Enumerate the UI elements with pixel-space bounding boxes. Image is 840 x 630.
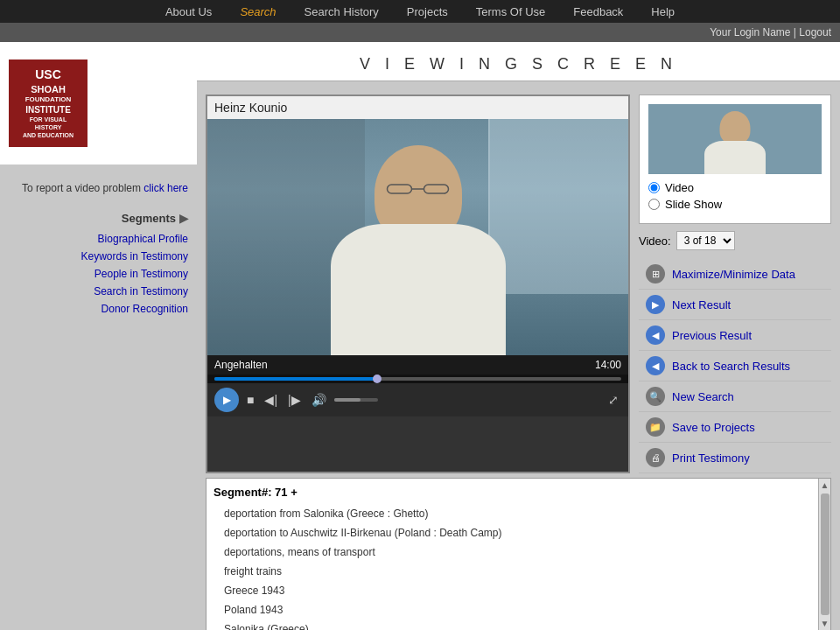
volume-button[interactable]: 🔊	[309, 394, 329, 406]
video-title-bar: Heinz Kounio	[207, 96, 628, 119]
sidebar-nav: Segments ▶ Biographical Profile Keywords…	[0, 203, 197, 326]
video-panel: Heinz Kounio	[206, 94, 630, 473]
radio-slideshow-option[interactable]: Slide Show	[648, 198, 822, 211]
sidebar-link-biographical[interactable]: Biographical Profile	[9, 230, 188, 248]
new-search-label: New Search	[672, 390, 734, 403]
next-result-label: Next Result	[672, 298, 731, 312]
thumbnail-area: Video Slide Show	[639, 94, 831, 224]
radio-slideshow[interactable]	[648, 199, 660, 210]
action-buttons: ⊞ Maximize/Minimize Data ▶ Next Result ◀…	[639, 259, 831, 473]
logo-sub: FOR VISUAL HISTORYAND EDUCATION	[18, 116, 79, 139]
fullscreen-button[interactable]: ⤢	[606, 394, 621, 406]
new-search-icon: 🔍	[646, 387, 665, 406]
nav-help[interactable]: Help	[637, 2, 689, 22]
segments-content[interactable]: Segment#: 71 + deportation from Salonika…	[206, 479, 818, 630]
person-body-visual	[331, 224, 506, 355]
back-to-search-btn[interactable]: ◀ Back to Search Results	[639, 351, 831, 382]
sidebar: USC SHOAH FOUNDATION INSTITUTE FOR VISUA…	[0, 42, 197, 630]
video-dropdown[interactable]: 1 of 18 2 of 18 3 of 18 4 of 18 5 of 18	[676, 231, 735, 250]
content-area: V I E W I N G S C R E E N Heinz Kounio	[197, 42, 840, 630]
video-caption-bar: Angehalten 14:00	[207, 355, 628, 374]
segment-item: Greece 1943	[214, 581, 811, 600]
logout-link[interactable]: Logout	[799, 26, 831, 38]
login-name: Your Login Name	[710, 26, 790, 38]
nav-feedback[interactable]: Feedback	[559, 2, 637, 22]
sidebar-link-keywords[interactable]: Keywords in Testimony	[9, 248, 188, 265]
logo-institute: INSTITUTE	[18, 104, 79, 116]
segments-scrollbar[interactable]: ▲ ▼	[818, 479, 830, 630]
print-icon: 🖨	[646, 448, 665, 467]
progress-bar-container[interactable]	[207, 374, 628, 383]
logo-foundation: FOUNDATION	[18, 95, 79, 104]
sidebar-link-search-testimony[interactable]: Search in Testimony	[9, 283, 188, 300]
progress-fill	[214, 377, 377, 381]
previous-result-icon: ◀	[646, 326, 665, 345]
nav-search[interactable]: Search	[226, 2, 290, 22]
logo-usc: USC	[18, 66, 79, 82]
video-problem-link[interactable]: click here	[144, 182, 188, 194]
segment-item: deportation from Salonika (Greece : Ghet…	[214, 504, 811, 523]
segments-arrow-icon: ▶	[179, 212, 188, 225]
person-visual	[207, 119, 628, 355]
scroll-down-arrow[interactable]: ▼	[819, 617, 831, 630]
print-label: Print Testimony	[672, 452, 750, 465]
svg-rect-0	[387, 185, 411, 193]
video-right-layout: Heinz Kounio	[197, 81, 840, 478]
playback-controls: ▶ ■ ◀| |▶ 🔊 ⤢	[207, 383, 628, 416]
login-separator: |	[794, 26, 796, 38]
new-search-btn[interactable]: 🔍 New Search	[639, 382, 831, 412]
sidebar-link-people[interactable]: People in Testimony	[9, 265, 188, 283]
save-projects-icon: 📁	[646, 417, 665, 437]
segment-item: deportation to Auschwitz II-Birkenau (Po…	[214, 523, 811, 542]
nav-search-history[interactable]: Search History	[290, 2, 393, 22]
prev-frame-button[interactable]: ◀|	[262, 394, 280, 406]
logo: USC SHOAH FOUNDATION INSTITUTE FOR VISUA…	[9, 60, 88, 146]
next-frame-button[interactable]: |▶	[285, 394, 304, 406]
right-panel: Video Slide Show Video: 1 of 18 2 of 18 …	[639, 94, 831, 473]
top-navigation: About Us Search Search History Projects …	[0, 0, 840, 23]
back-to-search-icon: ◀	[646, 356, 665, 375]
svg-rect-1	[424, 185, 448, 193]
play-button[interactable]: ▶	[214, 388, 239, 412]
video-frame[interactable]	[207, 119, 628, 355]
video-problem-text: To report a video problem	[22, 182, 141, 194]
previous-result-btn[interactable]: ◀ Previous Result	[639, 320, 831, 351]
sidebar-link-donor[interactable]: Donor Recognition	[9, 300, 188, 318]
progress-thumb[interactable]	[373, 374, 382, 383]
login-bar: Your Login Name | Logout	[0, 23, 840, 42]
logo-shoah: SHOAH	[18, 83, 79, 95]
viewing-screen-title: V I E W I N G S C R E E N	[197, 42, 840, 81]
main-container: USC SHOAH FOUNDATION INSTITUTE FOR VISUA…	[0, 42, 840, 630]
thumb-body	[704, 141, 766, 174]
segments-section-title: Segments ▶	[9, 212, 188, 225]
segments-panel: Segment#: 71 + deportation from Salonika…	[206, 478, 831, 630]
previous-result-label: Previous Result	[672, 329, 752, 342]
segment-item: deportations, means of transport	[214, 542, 811, 562]
nav-about-us[interactable]: About Us	[151, 2, 226, 22]
save-to-projects-btn[interactable]: 📁 Save to Projects	[639, 412, 831, 443]
maximize-minimize-btn[interactable]: ⊞ Maximize/Minimize Data	[639, 259, 831, 290]
volume-track[interactable]	[334, 398, 378, 402]
caption-text: Angehalten	[214, 359, 268, 371]
scroll-thumb[interactable]	[821, 494, 830, 615]
nav-terms-of-use[interactable]: Terms Of Use	[462, 2, 559, 22]
save-projects-label: Save to Projects	[672, 421, 755, 434]
segment-item: Poland 1943	[214, 600, 811, 620]
radio-video[interactable]	[648, 182, 660, 193]
radio-video-option[interactable]: Video	[648, 181, 822, 194]
scroll-up-arrow[interactable]: ▲	[819, 479, 831, 492]
video-problem-area: To report a video problem click here	[0, 164, 197, 203]
maximize-icon: ⊞	[646, 264, 665, 284]
radio-slideshow-label: Slide Show	[665, 198, 722, 211]
stop-button[interactable]: ■	[244, 394, 256, 406]
time-label: 14:00	[595, 359, 621, 371]
progress-track[interactable]	[214, 377, 621, 381]
logo-area: USC SHOAH FOUNDATION INSTITUTE FOR VISUA…	[0, 42, 197, 164]
next-result-icon: ▶	[646, 295, 665, 314]
segments-title: Segment#: 71 +	[214, 486, 811, 499]
video-selector-label: Video:	[639, 234, 671, 248]
nav-projects[interactable]: Projects	[393, 2, 462, 22]
print-testimony-btn[interactable]: 🖨 Print Testimony	[639, 443, 831, 473]
next-result-btn[interactable]: ▶ Next Result	[639, 290, 831, 320]
segment-item: freight trains	[214, 562, 811, 581]
